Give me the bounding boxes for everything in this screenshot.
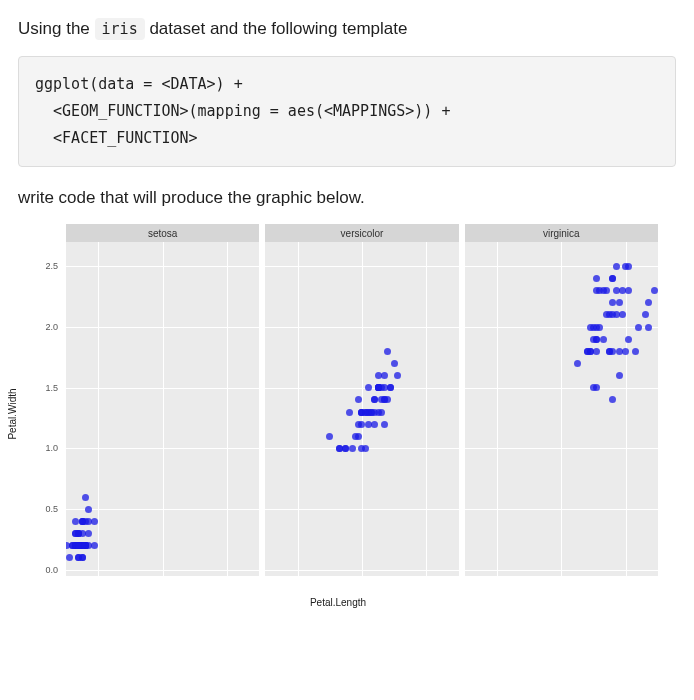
data-point (85, 506, 92, 513)
facet-panel: 246 (66, 242, 259, 576)
y-tick: 1.0 (45, 443, 58, 453)
facet-strip: virginica (465, 224, 658, 242)
data-point (593, 384, 600, 391)
facet-panel: 246 (265, 242, 458, 576)
facet-row: setosa246versicolor246virginica246 (66, 224, 658, 576)
data-point (613, 263, 620, 270)
facet-scatter-chart: Petal.Width Petal.Length 0.00.51.01.52.0… (18, 224, 658, 604)
data-point (326, 433, 333, 440)
data-point (365, 421, 372, 428)
data-point (625, 287, 632, 294)
data-point (625, 263, 632, 270)
data-point (609, 299, 616, 306)
intro-text: Using the iris dataset and the following… (18, 16, 676, 42)
data-point (574, 360, 581, 367)
data-point (336, 445, 343, 452)
y-tick: 2.5 (45, 261, 58, 271)
data-point (381, 384, 388, 391)
data-point (384, 396, 391, 403)
facet-versicolor: versicolor246 (265, 224, 458, 576)
data-point (346, 409, 353, 416)
facet-strip: versicolor (265, 224, 458, 242)
data-point (391, 360, 398, 367)
facet-strip: setosa (66, 224, 259, 242)
data-point (596, 324, 603, 331)
data-point (645, 299, 652, 306)
y-tick: 0.5 (45, 504, 58, 514)
data-point (381, 421, 388, 428)
facet-virginica: virginica246 (465, 224, 658, 576)
data-point (635, 324, 642, 331)
data-point (352, 433, 359, 440)
data-point (368, 409, 375, 416)
data-point (371, 421, 378, 428)
data-point (394, 372, 401, 379)
y-axis: 0.00.51.01.52.02.5 (38, 242, 64, 576)
facet-setosa: setosa246 (66, 224, 259, 576)
iris-code: iris (95, 18, 145, 40)
data-point (603, 287, 610, 294)
data-point (651, 287, 658, 294)
y-tick: 0.0 (45, 565, 58, 575)
x-axis-label: Petal.Length (310, 597, 366, 608)
data-point (593, 348, 600, 355)
data-point (384, 348, 391, 355)
data-point (616, 372, 623, 379)
data-point (375, 372, 382, 379)
data-point (645, 324, 652, 331)
data-point (381, 372, 388, 379)
data-point (616, 299, 623, 306)
intro-suffix: dataset and the following template (149, 19, 407, 38)
data-point (625, 336, 632, 343)
data-point (85, 530, 92, 537)
y-axis-label: Petal.Width (7, 388, 18, 439)
data-point (387, 384, 394, 391)
data-point (79, 518, 86, 525)
code-template: ggplot(data = <DATA>) + <GEOM_FUNCTION>(… (18, 56, 676, 167)
data-point (587, 324, 594, 331)
data-point (365, 384, 372, 391)
data-point (609, 396, 616, 403)
data-point (593, 275, 600, 282)
y-tick: 2.0 (45, 322, 58, 332)
data-point (66, 554, 73, 561)
facet-panel: 246 (465, 242, 658, 576)
intro-prefix: Using the (18, 19, 95, 38)
data-point (590, 336, 597, 343)
data-point (362, 445, 369, 452)
data-point (642, 311, 649, 318)
data-point (609, 275, 616, 282)
data-point (362, 409, 369, 416)
data-point (378, 409, 385, 416)
data-point (82, 494, 89, 501)
data-point (622, 348, 629, 355)
data-point (600, 336, 607, 343)
data-point (632, 348, 639, 355)
data-point (349, 445, 356, 452)
instruction-text: write code that will produce the graphic… (18, 185, 676, 211)
data-point (606, 348, 613, 355)
y-tick: 1.5 (45, 383, 58, 393)
data-point (584, 348, 591, 355)
